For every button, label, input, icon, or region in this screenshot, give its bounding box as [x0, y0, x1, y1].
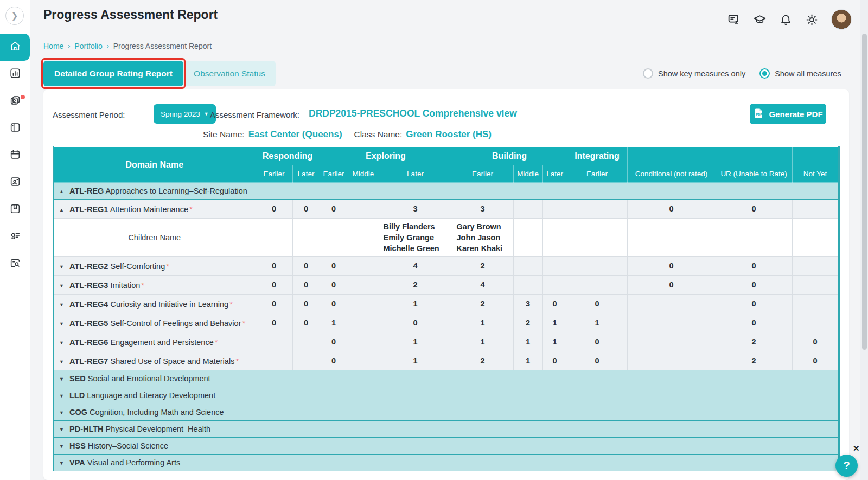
assessment-framework-value[interactable]: DRDP2015-PRESCHOOL Comprehensive view [309, 108, 517, 119]
level-group-header: Exploring [320, 147, 452, 165]
expand-arrow-icon[interactable]: ▼ [59, 444, 69, 449]
generate-pdf-button[interactable]: PDF Generate PDF [750, 104, 826, 124]
sidebar-item-screening[interactable] [0, 251, 30, 278]
measure-name-cell[interactable]: ▲ATL-REG1 Attention Maintenance* [53, 200, 256, 219]
breadcrumb-home[interactable]: Home [43, 42, 63, 50]
domain-group-cell[interactable]: ▲ATL-REG Approaches to Learning–Self-Reg… [53, 183, 839, 200]
measure-name-cell[interactable]: ▼ATL-REG7 Shared Use of Space and Materi… [53, 351, 256, 370]
rating-count-cell [627, 332, 716, 351]
site-name-label: Site Name: [203, 130, 245, 139]
rating-count-cell: 0 [292, 276, 320, 295]
rating-count-cell: 0 [567, 351, 627, 370]
child-name: Emily Grange [384, 232, 448, 243]
sidebar-item-calendar[interactable] [0, 142, 30, 169]
rating-count-cell: 1 [320, 313, 348, 332]
domain-group-cell[interactable]: ▼SED Social and Emotional Development [53, 370, 839, 387]
radio-circle[interactable] [760, 68, 770, 79]
assessment-period-dropdown[interactable]: Spring 2023 ▼ [154, 104, 216, 124]
measure-row: ▲ATL-REG1 Attention Maintenance*0003300 [53, 200, 839, 219]
help-button[interactable]: ? [835, 455, 858, 477]
radio-label: Show key measures only [658, 69, 745, 78]
expand-arrow-icon[interactable]: ▼ [59, 302, 69, 308]
class-name-value[interactable]: Green Rooster (HS) [406, 129, 492, 140]
expand-arrow-icon[interactable]: ▼ [59, 393, 69, 399]
rating-count-cell [567, 257, 627, 276]
domain-group-row[interactable]: ▼COG Cognition, Including Math and Scien… [53, 404, 839, 421]
sidebar-item-reports[interactable] [0, 61, 30, 88]
profile-cards-icon [9, 94, 21, 108]
rating-count-cell: 0 [320, 257, 348, 276]
domain-group-cell[interactable]: ▼VPA Visual and Performing Arts [53, 455, 839, 471]
rating-count-cell: 0 [716, 200, 792, 219]
breadcrumb-portfolio[interactable]: Portfolio [74, 42, 102, 50]
user-avatar[interactable] [831, 9, 852, 30]
rating-count-cell: 0 [292, 257, 320, 276]
rating-count-cell [348, 351, 379, 370]
breadcrumb: Home › Portfolio › Progress Assessment R… [43, 42, 212, 50]
rating-count-cell [348, 257, 379, 276]
measure-label: Self-Control of Feelings and Behavior [110, 319, 241, 328]
radio-show-key-measures[interactable]: Show key measures only [643, 68, 745, 79]
measure-name-cell[interactable]: ▼ATL-REG5 Self-Control of Feelings and B… [53, 313, 256, 332]
sidebar-item-profiles[interactable] [0, 88, 30, 115]
rating-count-cell [627, 313, 716, 332]
sidebar-expand-toggle[interactable]: ❯ [5, 7, 24, 25]
collapse-arrow-icon[interactable]: ▲ [59, 189, 69, 194]
close-help-icon[interactable]: ✕ [853, 444, 860, 453]
domain-group-cell[interactable]: ▼LLD Language and Literacy Development [53, 387, 839, 404]
sidebar-item-children[interactable] [0, 169, 30, 196]
rating-count-cell: 0 [292, 313, 320, 332]
radio-circle[interactable] [643, 68, 653, 79]
domain-group-row[interactable]: ▼SED Social and Emotional Development [53, 370, 839, 387]
expand-arrow-icon[interactable]: ▼ [59, 410, 69, 415]
id-badge-icon [9, 176, 21, 190]
expand-arrow-icon[interactable]: ▼ [59, 460, 69, 466]
measure-row: ▼ATL-REG2 Self-Comforting*0004200 [53, 257, 839, 276]
page-scrollbar-thumb[interactable] [862, 34, 867, 350]
measure-name-cell[interactable]: ▼ATL-REG2 Self-Comforting* [53, 257, 256, 276]
sidebar-item-library[interactable] [0, 196, 30, 223]
rating-count-cell: 1 [379, 332, 452, 351]
children-names-cell [292, 219, 320, 257]
bell-icon[interactable] [779, 13, 793, 27]
rating-count-cell: 2 [452, 257, 513, 276]
sidebar-item-certificates[interactable] [0, 223, 30, 251]
measure-name-cell[interactable]: ▼ATL-REG6 Engagement and Persistence* [53, 332, 256, 351]
graduation-cap-icon[interactable] [753, 13, 767, 27]
expand-arrow-icon[interactable]: ▼ [59, 376, 69, 382]
measure-name-cell[interactable]: ▼ATL-REG3 Imitation* [53, 276, 256, 295]
domain-group-row[interactable]: ▼LLD Language and Literacy Development [53, 387, 839, 404]
children-names-cell [716, 219, 792, 257]
table-head: Domain NameRespondingExploringBuildingIn… [53, 147, 839, 183]
sidebar-item-home[interactable] [0, 34, 30, 61]
expand-arrow-icon[interactable]: ▼ [59, 321, 69, 327]
panel-layout-icon [9, 121, 21, 136]
assessment-period-label: Assessment Period: [53, 110, 125, 119]
collapse-arrow-icon[interactable]: ▲ [59, 207, 69, 213]
report-card: Assessment Period: Spring 2023 ▼ Assessm… [43, 89, 849, 480]
measure-name-cell[interactable]: ▼ATL-REG4 Curiosity and Initiative in Le… [53, 295, 256, 313]
domain-group-cell[interactable]: ▼PD-HLTH Physical Development–Health [53, 421, 839, 438]
tab-detailed-group-rating-report[interactable]: Detailed Group Rating Report [43, 61, 183, 86]
expand-arrow-icon[interactable]: ▼ [59, 340, 69, 345]
expand-arrow-icon[interactable]: ▼ [59, 427, 69, 432]
domain-group-row[interactable]: ▼PD-HLTH Physical Development–Health [53, 421, 839, 438]
radio-show-all-measures[interactable]: Show all measures [760, 68, 841, 79]
expand-arrow-icon[interactable]: ▼ [59, 264, 69, 270]
sidebar-item-portfolio[interactable] [0, 115, 30, 142]
feedback-icon[interactable] [727, 13, 741, 27]
expand-arrow-icon[interactable]: ▼ [59, 283, 69, 289]
tab-observation-status[interactable]: Observation Status [183, 61, 276, 86]
rating-count-cell [348, 200, 379, 219]
domain-group-cell[interactable]: ▼COG Cognition, Including Math and Scien… [53, 404, 839, 421]
gear-icon[interactable] [805, 13, 819, 27]
site-name-value[interactable]: East Center (Queens) [248, 129, 342, 140]
domain-group-row[interactable]: ▼VPA Visual and Performing Arts [53, 455, 839, 471]
rating-count-cell: 2 [452, 351, 513, 370]
measure-code: ATL-REG4 [69, 300, 108, 309]
domain-group-row[interactable]: ▲ATL-REG Approaches to Learning–Self-Reg… [53, 183, 839, 200]
expand-arrow-icon[interactable]: ▼ [59, 359, 69, 364]
measure-code: ATL-REG2 [69, 262, 108, 271]
domain-group-row[interactable]: ▼HSS History–Social Science [53, 438, 839, 455]
domain-group-cell[interactable]: ▼HSS History–Social Science [53, 438, 839, 455]
